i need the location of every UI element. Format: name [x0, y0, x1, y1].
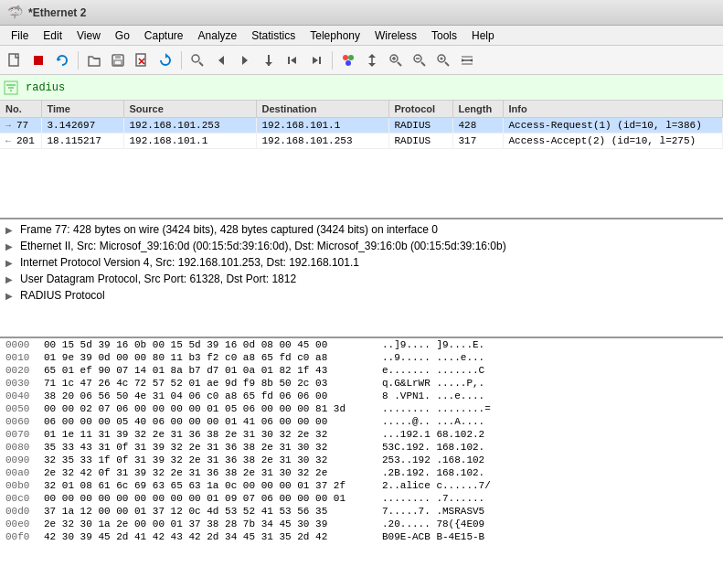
packet-protocol: RADIUS [388, 134, 452, 149]
detail-item[interactable]: ▶ RADIUS Protocol [0, 287, 723, 304]
reload-button[interactable] [154, 49, 176, 71]
hex-bytes: 71 1c 47 26 4c 72 57 52 01 ae 9d f9 8b 5… [44, 378, 382, 389]
window-title: *Ethernet 2 [28, 6, 86, 19]
packet-info: Access-Accept(2) (id=10, l=275) [503, 134, 723, 149]
prev-packet-button[interactable] [282, 49, 303, 71]
col-header-length[interactable]: Length [452, 101, 503, 118]
packet-protocol: RADIUS [388, 118, 452, 134]
packet-no: ← 201 [0, 134, 41, 149]
zoom-out-button[interactable] [409, 49, 431, 71]
svg-marker-24 [368, 54, 376, 58]
resize-columns-button[interactable] [456, 49, 478, 71]
hex-row[interactable]: 0030 71 1c 47 26 4c 72 57 52 01 ae 9d f9… [0, 377, 723, 390]
col-header-time[interactable]: Time [41, 101, 123, 118]
svg-marker-15 [265, 62, 272, 66]
hex-row[interactable]: 0050 00 00 02 07 06 00 00 00 00 01 05 06… [0, 402, 723, 415]
find-packet-button[interactable] [186, 49, 208, 71]
expand-icon: ▶ [5, 291, 16, 301]
svg-marker-12 [218, 56, 224, 65]
svg-point-10 [192, 55, 199, 62]
svg-marker-40 [470, 59, 473, 62]
hex-bytes: 2e 32 30 1a 2e 00 00 01 37 38 28 7b 34 4… [44, 519, 382, 529]
col-header-destination[interactable]: Destination [256, 101, 388, 118]
hex-row[interactable]: 00e0 2e 32 30 1a 2e 00 00 01 37 38 28 7b… [0, 518, 723, 530]
packet-time: 18.115217 [41, 134, 123, 149]
zoom-in-button[interactable] [385, 49, 407, 71]
nav-forward-button[interactable] [234, 49, 256, 71]
packet-details: ▶ Frame 77: 428 bytes on wire (3424 bits… [0, 219, 723, 338]
menu-item-file[interactable]: File [4, 27, 36, 44]
menu-item-capture[interactable]: Capture [137, 27, 191, 44]
svg-marker-25 [368, 63, 376, 67]
new-capture-button[interactable] [4, 49, 26, 71]
hex-row[interactable]: 00d0 37 1a 12 00 00 01 37 12 0c 4d 53 52… [0, 505, 723, 518]
app-icon: 🦈 [7, 5, 23, 20]
filter-input[interactable] [22, 80, 719, 96]
svg-rect-0 [9, 54, 18, 66]
menu-item-tools[interactable]: Tools [424, 27, 464, 44]
close-capture-button[interactable] [131, 49, 153, 71]
hex-ascii: 2..alice c......7/ [382, 480, 491, 491]
hex-ascii: 8 .VPN1. ...e.... [382, 390, 484, 401]
next-packet-button[interactable] [305, 49, 327, 71]
menu-item-view[interactable]: View [69, 27, 108, 44]
table-row[interactable]: → 77 3.142697 192.168.101.253 192.168.10… [0, 118, 723, 134]
toolbar [0, 46, 723, 75]
menu-item-telephony[interactable]: Telephony [303, 27, 367, 44]
save-file-button[interactable] [107, 49, 129, 71]
hex-row[interactable]: 0040 38 20 06 56 50 4e 31 04 06 c0 a8 65… [0, 390, 723, 402]
menu-item-wireless[interactable]: Wireless [367, 27, 424, 44]
menu-item-edit[interactable]: Edit [36, 27, 69, 44]
stop-capture-button[interactable] [27, 49, 49, 71]
hex-row[interactable]: 0080 35 33 43 31 0f 31 39 32 2e 31 36 38… [0, 441, 723, 454]
menu-item-statistics[interactable]: Statistics [244, 27, 303, 44]
detail-label: User Datagram Protocol, Src Port: 61328,… [20, 273, 296, 285]
hex-row[interactable]: 0060 06 00 00 00 05 40 06 00 00 00 01 41… [0, 415, 723, 428]
menu-item-analyze[interactable]: Analyze [191, 27, 245, 44]
zoom-reset-button[interactable] [432, 49, 454, 71]
hex-row[interactable]: 00a0 2e 32 42 0f 31 39 32 2e 31 36 38 2e… [0, 466, 723, 479]
hex-ascii: .....@.. ...A.... [382, 416, 484, 427]
hex-ascii: ..9..... ....e... [382, 352, 484, 363]
colorize-button[interactable] [337, 49, 359, 71]
table-row[interactable]: ← 201 18.115217 192.168.101.1 192.168.10… [0, 134, 723, 149]
hex-offset: 0090 [5, 454, 44, 465]
hex-row[interactable]: 0070 01 1e 11 31 39 32 2e 31 36 38 2e 31… [0, 428, 723, 441]
restart-capture-button[interactable] [51, 49, 73, 71]
hex-bytes: 01 1e 11 31 39 32 2e 31 36 38 2e 31 30 3… [44, 429, 382, 440]
detail-item[interactable]: ▶ Ethernet II, Src: Microsof_39:16:0d (0… [0, 238, 723, 254]
hex-offset: 0030 [5, 378, 44, 389]
hex-row[interactable]: 0010 01 9e 39 0d 00 00 80 11 b3 f2 c0 a8… [0, 351, 723, 364]
filter-icon [4, 80, 18, 95]
col-header-source[interactable]: Source [123, 101, 256, 118]
detail-item[interactable]: ▶ Internet Protocol Version 4, Src: 192.… [0, 254, 723, 271]
open-file-button[interactable] [83, 49, 105, 71]
col-header-protocol[interactable]: Protocol [388, 101, 452, 118]
detail-label: Internet Protocol Version 4, Src: 192.16… [20, 256, 359, 269]
menu-item-help[interactable]: Help [464, 27, 502, 44]
hex-row[interactable]: 00f0 42 30 39 45 2d 41 42 43 42 2d 34 45… [0, 530, 723, 543]
hex-bytes: 00 15 5d 39 16 0b 00 15 5d 39 16 0d 08 0… [44, 339, 382, 350]
autoscroll-button[interactable] [361, 49, 383, 71]
col-header-info[interactable]: Info [503, 101, 723, 118]
row-arrow-icon: ← [5, 136, 16, 146]
hex-bytes: 2e 32 42 0f 31 39 32 2e 31 36 38 2e 31 3… [44, 467, 382, 478]
hex-row[interactable]: 00b0 32 01 08 61 6c 69 63 65 63 1a 0c 00… [0, 479, 723, 492]
hex-offset: 0080 [5, 442, 44, 453]
packet-length: 428 [452, 118, 503, 134]
nav-back-button[interactable] [210, 49, 232, 71]
hex-row[interactable]: 0000 00 15 5d 39 16 0b 00 15 5d 39 16 0d… [0, 338, 723, 351]
hex-ascii: B09E-ACB B-4E15-B [382, 531, 484, 542]
menu-item-go[interactable]: Go [108, 27, 137, 44]
hex-row[interactable]: 0090 32 35 33 1f 0f 31 39 32 2e 31 36 38… [0, 454, 723, 466]
detail-item[interactable]: ▶ User Datagram Protocol, Src Port: 6132… [0, 271, 723, 287]
goto-packet-button[interactable] [258, 49, 280, 71]
hex-bytes: 32 01 08 61 6c 69 63 65 63 1a 0c 00 00 0… [44, 480, 382, 491]
table-header-row: No. Time Source Destination Protocol Len… [0, 101, 723, 118]
detail-item[interactable]: ▶ Frame 77: 428 bytes on wire (3424 bits… [0, 221, 723, 238]
hex-ascii: e....... .......C [382, 365, 484, 376]
hex-ascii: 53C.192. 168.102. [382, 442, 484, 453]
col-header-no[interactable]: No. [0, 101, 41, 118]
hex-row[interactable]: 0020 65 01 ef 90 07 14 01 8a b7 d7 01 0a… [0, 364, 723, 377]
hex-row[interactable]: 00c0 00 00 00 00 00 00 00 00 00 01 09 07… [0, 492, 723, 505]
